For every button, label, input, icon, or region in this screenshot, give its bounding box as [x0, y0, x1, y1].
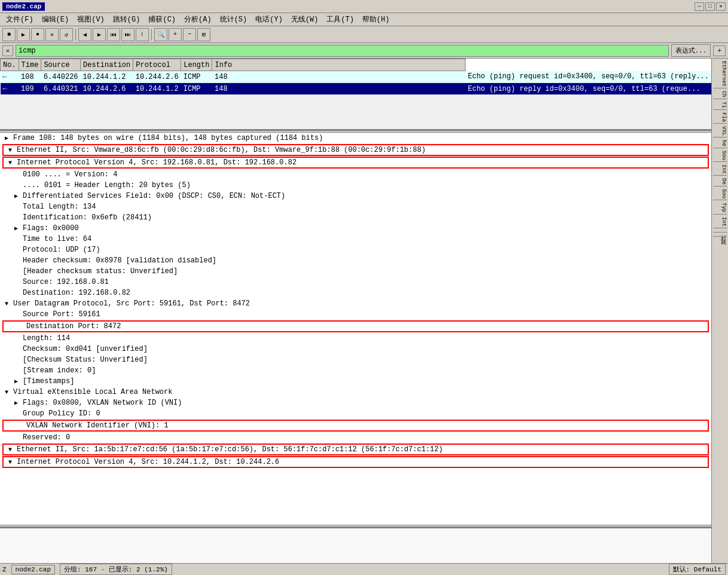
detail-row[interactable]: Total Length: 134	[0, 201, 711, 212]
packet-table-header: No. Time Source Destination Protocol Len…	[1, 59, 712, 71]
toolbar-save[interactable]: ●	[31, 28, 44, 41]
source-col: 10.244.1.2	[81, 71, 133, 83]
toolbar-back[interactable]: ◀	[78, 28, 91, 41]
sidebar-label-seal: 封	[713, 230, 727, 233]
menu-help[interactable]: 帮助(H)	[359, 13, 393, 26]
detail-row[interactable]: [Checksum Status: Unverified]	[0, 354, 711, 365]
detail-row[interactable]: Destination Port: 8472	[2, 320, 709, 332]
filter-expr-button[interactable]: 表达式...	[671, 44, 711, 57]
detail-row[interactable]: .... 0101 = Header Length: 20 bytes (5)	[0, 180, 711, 191]
menu-view[interactable]: 视图(V)	[74, 13, 108, 26]
detail-row[interactable]: Source Port: 59161	[0, 309, 711, 320]
menu-capture[interactable]: 捕获(C)	[145, 13, 179, 26]
detail-text: Ethernet II, Src: 1a:5b:17:e7:cd:56 (1a:…	[17, 445, 443, 454]
status-profile: 默认: Default	[669, 564, 726, 575]
detail-row[interactable]: Length: 114	[0, 333, 711, 344]
toolbar-close[interactable]: ✕	[45, 28, 59, 41]
sidebar-label-ch: Ch	[713, 90, 727, 99]
detail-text: Virtual eXtensible Local Area Network	[13, 388, 172, 396]
expand-arrow-icon: ▶	[14, 399, 22, 406]
dest-col: 10.244.2.6	[133, 71, 181, 83]
menu-file[interactable]: 文件(F)	[2, 13, 37, 26]
filter-input[interactable]	[16, 45, 669, 57]
menu-edit[interactable]: 编辑(E)	[38, 13, 73, 26]
filter-add-button[interactable]: +	[713, 45, 726, 56]
detail-row[interactable]: ▶Frame 108: 148 bytes on wire (1184 bits…	[0, 133, 711, 143]
sidebar-label-int2: Int	[713, 216, 727, 228]
detail-row[interactable]: ▼Internet Protocol Version 4, Src: 10.24…	[2, 456, 709, 468]
title-bar: node2.cap ─ □ ✕	[0, 0, 728, 13]
menu-tools[interactable]: 工具(T)	[323, 13, 357, 26]
detail-text: Destination: 192.168.0.82	[23, 289, 130, 297]
toolbar-new[interactable]: ■	[2, 28, 16, 41]
table-row[interactable]: ←1086.44022610.244.1.210.244.2.6ICMP148E…	[1, 71, 712, 83]
no-col: 108	[19, 71, 41, 83]
detail-row[interactable]: Checksum: 0xd041 [unverified]	[0, 344, 711, 354]
detail-row[interactable]: ▶Differentiated Services Field: 0x00 (DS…	[0, 191, 711, 201]
detail-row[interactable]: 0100 .... = Version: 4	[0, 169, 711, 180]
detail-row[interactable]: ▶Flags: 0x0000	[0, 223, 711, 234]
detail-row[interactable]: ▶Flags: 0x0800, VXLAN Network ID (VNI)	[0, 397, 711, 408]
toolbar-zoom-in[interactable]: +	[169, 28, 182, 41]
detail-row[interactable]: Protocol: UDP (17)	[0, 244, 711, 255]
sidebar-label-fla: Fla	[713, 111, 727, 124]
close-button[interactable]: ✕	[716, 2, 726, 11]
col-info: Info	[212, 59, 466, 71]
detail-row[interactable]: Source: 192.168.0.81	[0, 277, 711, 288]
menu-wireless[interactable]: 无线(W)	[287, 13, 322, 26]
detail-row[interactable]: ▼User Datagram Protocol, Src Port: 59161…	[0, 298, 711, 309]
toolbar-fwd[interactable]: ▶	[93, 28, 106, 41]
detail-row[interactable]: ▼Ethernet II, Src: Vmware_d8:6c:fb (00:0…	[2, 144, 709, 156]
sidebar-label-done: 就	[713, 234, 727, 237]
detail-row[interactable]: ▼Ethernet II, Src: 1a:5b:17:e7:cd:56 (1a…	[2, 444, 709, 455]
detail-row[interactable]: ▶[Timestamps]	[0, 376, 711, 387]
expand-arrow-icon: ▶	[5, 134, 12, 142]
detail-text: Source Port: 59161	[23, 310, 100, 319]
menu-phone[interactable]: 电话(Y)	[252, 13, 286, 26]
detail-text: Time to live: 64	[23, 235, 91, 243]
expand-arrow-icon: ▶	[14, 225, 22, 232]
expand-arrow-icon: ▶	[14, 192, 22, 200]
table-row[interactable]: ←1096.44032110.244.2.610.244.1.2ICMP148E…	[1, 83, 712, 95]
menu-analyze[interactable]: 分析(A)	[181, 13, 215, 26]
expand-arrow-icon: ▼	[5, 301, 12, 307]
detail-row[interactable]: ▼Internet Protocol Version 4, Src: 192.1…	[2, 157, 709, 169]
sidebar-label-ti: Ti	[713, 100, 727, 110]
col-length: Length	[181, 59, 212, 71]
toolbar-reload[interactable]: ↺	[60, 28, 73, 41]
toolbar-magnify[interactable]: 🔍	[154, 28, 167, 41]
detail-row[interactable]: Reserved: 0	[0, 432, 711, 443]
hex-panel	[0, 527, 711, 563]
toolbar-zoom-out[interactable]: −	[183, 28, 196, 41]
detail-row[interactable]: Header checksum: 0x8978 [validation disa…	[0, 255, 711, 266]
detail-text: VXLAN Network Identifier (VNI): 1	[26, 421, 169, 430]
toolbar-end[interactable]: ⏭	[121, 28, 134, 41]
detail-text: Source: 192.168.0.81	[23, 278, 109, 286]
detail-text: Group Policy ID: 0	[23, 409, 100, 418]
detail-row[interactable]: [Header checksum status: Unverified]	[0, 266, 711, 277]
detail-row[interactable]: Identification: 0x6efb (28411)	[0, 212, 711, 223]
app-title: node2.cap	[2, 2, 45, 11]
filter-clear-button[interactable]: ✕	[2, 45, 13, 56]
detail-row[interactable]: ▼Virtual eXtensible Local Area Network	[0, 387, 711, 397]
detail-row[interactable]: [Stream index: 0]	[0, 365, 711, 376]
detail-row[interactable]: Time to live: 64	[0, 234, 711, 244]
maximize-button[interactable]: □	[705, 2, 715, 11]
status-bar: Z node2.cap 分组: 167 · 已显示: 2 (1.2%) 默认: …	[0, 563, 728, 575]
detail-text: Internet Protocol Version 4, Src: 192.16…	[17, 158, 296, 167]
toolbar-fit[interactable]: ⊞	[197, 28, 210, 41]
col-no: No.	[1, 59, 19, 71]
detail-row[interactable]: Group Policy ID: 0	[0, 408, 711, 419]
menu-goto[interactable]: 跳转(G)	[109, 13, 144, 26]
minimize-button[interactable]: ─	[695, 2, 704, 11]
main-area: Ethernet Ch Ti Fla VXL he Sou Int De Sou…	[0, 59, 728, 563]
detail-row[interactable]: VXLAN Network Identifier (VNI): 1	[2, 420, 709, 432]
detail-text: Checksum: 0xd041 [unverified]	[23, 345, 148, 353]
detail-row[interactable]: Destination: 192.168.0.82	[0, 288, 711, 298]
title-bar-left: node2.cap	[2, 2, 45, 11]
toolbar-scroll[interactable]: ↕	[136, 28, 149, 41]
packet-table: No. Time Source Destination Protocol Len…	[0, 59, 711, 95]
toolbar-home[interactable]: ⏮	[107, 28, 120, 41]
toolbar-open[interactable]: ▶	[17, 28, 30, 41]
menu-stats[interactable]: 统计(S)	[216, 13, 251, 26]
